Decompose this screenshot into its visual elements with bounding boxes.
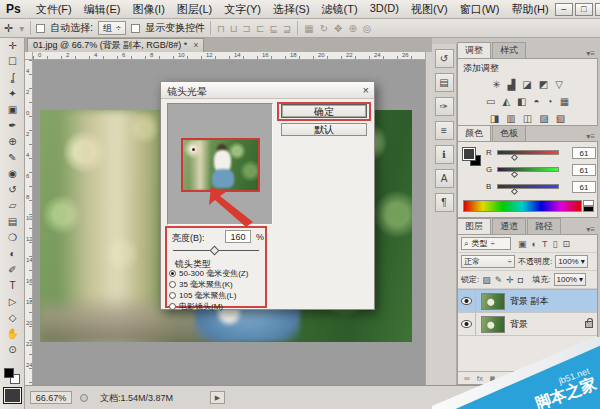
document-tab-close-icon[interactable]: × (193, 39, 198, 52)
align-horizontal-centers-icon[interactable]: ⊑ (268, 23, 278, 34)
document-tab[interactable]: 01.jpg @ 66.7% (背景 副本, RGB/8#) * × (27, 38, 204, 52)
clone-stamp-tool[interactable]: ◉ (0, 166, 25, 182)
magic-wand-tool[interactable]: ✦ (0, 86, 25, 102)
vibrance-icon[interactable]: ▽ (555, 76, 563, 93)
minimize-button[interactable]: – (555, 3, 573, 16)
status-options-arrow[interactable]: ▶ (210, 391, 225, 404)
lock-transparent-icon[interactable]: ▨ (482, 275, 491, 285)
visibility-eye-icon[interactable] (461, 297, 472, 305)
channel-slider[interactable] (497, 184, 559, 189)
channel-value-input[interactable]: 61 (572, 147, 596, 159)
menu-3d[interactable]: 3D(D) (364, 2, 405, 17)
blur-tool[interactable]: ❍ (0, 230, 25, 246)
lens-option-2[interactable]: 35 毫米聚焦(K) (169, 279, 265, 289)
channel-slider[interactable] (497, 167, 559, 172)
menu-view[interactable]: 视图(V) (405, 2, 454, 17)
layer-filter-type-select[interactable]: ⌕ 类型 ÷ (461, 237, 511, 250)
layer-row-1[interactable]: 背景 副本 (458, 290, 597, 313)
type-tool[interactable]: T (0, 278, 25, 294)
lock-paint-icon[interactable]: ✎ (495, 275, 503, 285)
layers-tab-1[interactable]: 图层 (457, 218, 491, 234)
align-vertical-centers-icon[interactable]: ⊔ (229, 23, 239, 34)
flare-center-marker[interactable] (192, 148, 195, 151)
auto-align-icon[interactable]: ↻ (319, 23, 329, 34)
align-top-edges-icon[interactable]: ⊓ (216, 23, 226, 34)
menu-type[interactable]: 文字(Y) (218, 2, 267, 17)
3d-pan-icon[interactable]: ⊕ (347, 23, 357, 34)
layers-tab-2[interactable]: 通道 (492, 218, 526, 234)
curves-icon[interactable]: ◪ (522, 76, 531, 93)
dialog-titlebar[interactable]: 镜头光晕 × (161, 82, 374, 99)
move-tool[interactable]: ✛ (0, 38, 25, 54)
adjustments-tab-1[interactable]: 调整 (457, 42, 491, 58)
3d-scale-icon[interactable]: ◎ (362, 23, 373, 34)
lens-option-1[interactable]: 50-300 毫米变焦(Z) (169, 268, 265, 278)
foreground-color-swatch[interactable] (463, 148, 475, 160)
visibility-cell[interactable] (458, 313, 476, 335)
layer-mask-icon[interactable]: ◙ (490, 374, 495, 383)
brightness-input[interactable]: 160 (225, 230, 251, 243)
brush-presets-panel-icon[interactable]: ✑ (435, 97, 454, 116)
eyedropper-tool[interactable]: ✒ (0, 118, 25, 134)
default-button[interactable]: 默认 (281, 123, 367, 136)
info-panel-icon[interactable]: ℹ (435, 145, 454, 164)
opacity-select[interactable]: 100%▾ (555, 255, 587, 268)
character-panel-icon[interactable]: A (435, 169, 454, 188)
foreground-color-swatch[interactable] (4, 368, 14, 378)
channel-mixer-icon[interactable]: ◔ (547, 93, 553, 110)
dodge-tool[interactable]: ◐ (0, 246, 25, 262)
menu-layer[interactable]: 图层(L) (171, 2, 218, 17)
menu-file[interactable]: 文件(F) (30, 2, 78, 17)
dialog-close-icon[interactable]: × (363, 84, 369, 96)
exposure-icon[interactable]: ◩ (539, 76, 548, 93)
filter-adjustment-layers-icon[interactable]: ◐ (532, 239, 537, 249)
ok-button[interactable]: 确定 (281, 104, 367, 118)
link-layers-icon[interactable]: ∞ (464, 374, 470, 383)
gradient-tool[interactable]: ▤ (0, 214, 25, 230)
slider-thumb[interactable] (511, 154, 518, 161)
lens-option-3[interactable]: 105 毫米聚焦(L) (169, 290, 265, 300)
black-swatch[interactable] (583, 206, 594, 212)
color-spectrum-bar[interactable] (463, 200, 582, 212)
auto-select-target-select[interactable]: 组÷ (98, 21, 126, 35)
gradient-map-icon[interactable]: ▨ (539, 110, 548, 127)
channel-value-input[interactable]: 61 (572, 181, 596, 193)
distribute-icon[interactable]: ▦ (303, 23, 314, 34)
visibility-eye-icon[interactable] (461, 320, 472, 328)
color-balance-icon[interactable]: ◭ (502, 93, 510, 110)
flare-preview-thumbnail annotation-box[interactable] (181, 138, 260, 192)
menu-image[interactable]: 图像(I) (126, 2, 170, 17)
pen-tool[interactable]: ✐ (0, 262, 25, 278)
tool-preset-arrow-icon[interactable]: ▾ (18, 23, 25, 34)
zoom-level-input[interactable]: 66.67% (30, 391, 72, 404)
brightness-slider[interactable] (173, 250, 259, 251)
menu-window[interactable]: 窗口(W) (454, 2, 506, 17)
lock-all-icon[interactable]: ◘ (518, 275, 523, 285)
properties-panel-icon[interactable]: ▤ (435, 73, 454, 92)
foreground-background-swatches[interactable] (4, 368, 20, 384)
radio-button[interactable] (169, 281, 176, 288)
filter-type-layers-icon[interactable]: T (542, 239, 548, 249)
fill-select[interactable]: 100%▾ (554, 273, 586, 286)
marquee-tool[interactable]: ☐ (0, 54, 25, 70)
3d-rotate-icon[interactable]: ✥ (333, 23, 343, 34)
eraser-tool[interactable]: ▱ (0, 198, 25, 214)
slider-thumb[interactable] (511, 188, 518, 195)
photo-filter-icon[interactable]: ◓ (534, 93, 540, 110)
layer-style-icon[interactable]: fx (477, 374, 483, 383)
blend-mode-select[interactable]: 正常÷ (461, 255, 515, 268)
color-tab-1[interactable]: 颜色 (457, 125, 491, 141)
toolbar-color-swatch[interactable] (3, 387, 22, 404)
filter-pixel-layers-icon[interactable]: ▣ (518, 239, 527, 249)
healing-brush-tool[interactable]: ⊕ (0, 134, 25, 150)
brightness-contrast-icon[interactable]: ✳ (492, 76, 500, 93)
history-brush-tool[interactable]: ↺ (0, 182, 25, 198)
color-tab-2[interactable]: 色板 (492, 125, 526, 141)
filter-shape-layers-icon[interactable]: ▯ (552, 239, 557, 249)
layers-tab-3[interactable]: 路径 (527, 218, 561, 234)
show-transform-checkbox[interactable] (131, 24, 140, 33)
filter-smart-objects-icon[interactable]: ⊡ (562, 239, 570, 249)
adjustments-tab-2[interactable]: 样式 (492, 42, 526, 58)
levels-icon[interactable]: ▟ (508, 76, 516, 93)
auto-select-checkbox[interactable] (36, 24, 45, 33)
